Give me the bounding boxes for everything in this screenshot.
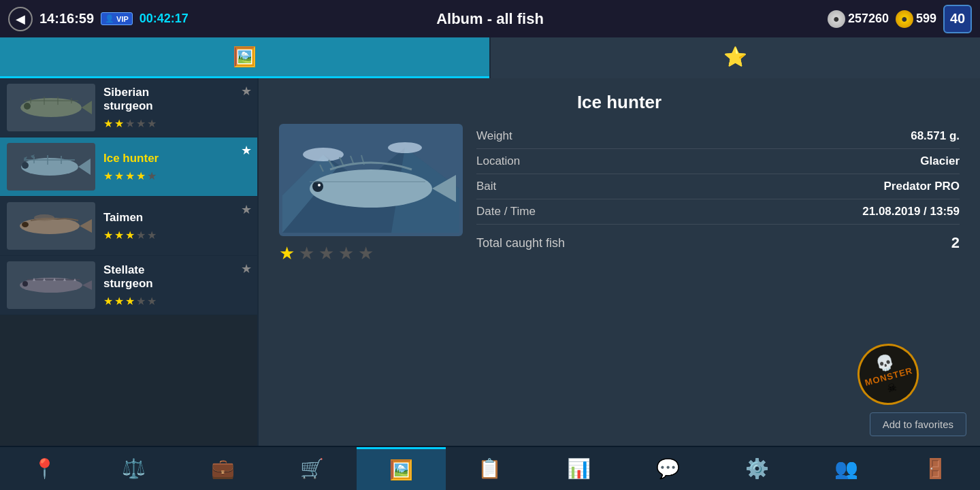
- gold-amount: 599: [916, 12, 936, 26]
- star-3: ★: [125, 295, 135, 308]
- detail-stats: Weight 68.571 g. Location Glacier Bait P…: [476, 124, 960, 264]
- star-5: ★: [147, 295, 157, 308]
- silver-amount: 257260: [848, 12, 889, 26]
- silver-currency: ● 257260: [828, 10, 889, 28]
- fav-star-stellate[interactable]: ★: [241, 261, 252, 276]
- location-row: Location Glacier: [476, 149, 960, 174]
- weight-label: Weight: [476, 129, 512, 143]
- photo-icon: 🖼️: [233, 46, 257, 68]
- svg-marker-1: [82, 101, 92, 114]
- star-3: ★: [125, 117, 135, 130]
- fish-item-taimen[interactable]: Taimen ★ ★ ★ ★ ★ ★: [0, 197, 257, 256]
- star-2: ★: [114, 229, 124, 242]
- fish-info-ice: Ice hunter ★ ★ ★ ★ ★: [95, 152, 250, 182]
- current-time: 14:16:59: [39, 11, 94, 27]
- top-bar: ◀ 14:16:59 👤 VIP 00:42:17 Album - all fi…: [0, 0, 980, 37]
- fish-name-ice: Ice hunter: [103, 152, 250, 165]
- tab-photo[interactable]: 🖼️: [0, 37, 489, 78]
- gold-currency: ● 599: [896, 10, 936, 28]
- bait-row: Bait Predator PRO: [476, 174, 960, 199]
- nav-bag[interactable]: 💼: [178, 447, 267, 490]
- nav-list[interactable]: 📋: [446, 447, 535, 490]
- fish-item-stellate[interactable]: Stellatesturgeon ★ ★ ★ ★ ★ ★: [0, 256, 257, 315]
- chat-icon: 💬: [656, 457, 680, 480]
- detail-title: Ice hunter: [279, 92, 960, 113]
- social-icon: 👥: [834, 457, 858, 480]
- add-favorites-button[interactable]: Add to favorites: [870, 412, 966, 436]
- nav-location[interactable]: 📍: [0, 447, 89, 490]
- svg-marker-18: [80, 219, 92, 233]
- gold-coin-icon: ●: [896, 10, 913, 28]
- location-icon: 📍: [33, 457, 56, 480]
- nav-chat[interactable]: 💬: [623, 447, 713, 490]
- nav-album[interactable]: 🖼️: [357, 447, 446, 490]
- app-layout: ◀ 14:16:59 👤 VIP 00:42:17 Album - all fi…: [0, 0, 980, 490]
- bottom-nav: 📍 ⚖️ 💼 🛒 🖼️ 📋 📊 💬 ⚙️ 👥 🚪: [0, 446, 980, 490]
- bag-icon: 💼: [211, 457, 235, 480]
- tab-favorites[interactable]: ⭐: [491, 37, 980, 78]
- stats-icon: 📊: [567, 457, 591, 480]
- svg-point-19: [22, 222, 29, 227]
- svg-point-44: [318, 184, 321, 186]
- back-button[interactable]: ◀: [8, 7, 33, 31]
- nav-shop[interactable]: 🛒: [267, 447, 357, 490]
- caught-value: 2: [951, 234, 960, 252]
- fav-star-siberian[interactable]: ★: [241, 84, 252, 99]
- detail-fish-image: [279, 124, 463, 236]
- star-5: ★: [147, 117, 157, 130]
- fish-item-ice-hunter[interactable]: Ice hunter ★ ★ ★ ★ ★ ★: [0, 137, 257, 197]
- fav-star-taimen[interactable]: ★: [241, 202, 252, 217]
- detail-stars: ★ ★ ★ ★ ★: [279, 243, 463, 264]
- detail-panel: Ice hunter: [259, 78, 980, 446]
- fish-stars-taimen: ★ ★ ★ ★ ★: [103, 229, 250, 242]
- top-right: ● 257260 ● 599 40: [828, 5, 972, 33]
- detail-star-4: ★: [338, 243, 354, 264]
- list-icon: 📋: [478, 457, 502, 480]
- star-2: ★: [114, 295, 124, 308]
- star-1: ★: [103, 295, 113, 308]
- location-label: Location: [476, 154, 520, 168]
- caught-label: Total caught fish: [476, 236, 565, 250]
- svg-marker-15: [24, 157, 27, 161]
- fish-svg-ice: [10, 146, 92, 187]
- nav-social[interactable]: 👥: [802, 447, 891, 490]
- star-2: ★: [114, 169, 124, 182]
- page-title: Album - all fish: [436, 10, 544, 28]
- nav-settings[interactable]: ⚙️: [713, 447, 802, 490]
- star-4: ★: [136, 169, 146, 182]
- monster-badge: 💀 Monster ☠: [858, 344, 919, 405]
- fish-stars-siberian: ★ ★ ★ ★ ★: [103, 117, 250, 130]
- svg-point-43: [312, 181, 323, 192]
- fish-stars-stellate: ★ ★ ★ ★ ★: [103, 295, 250, 308]
- fish-info-taimen: Taimen ★ ★ ★ ★ ★: [95, 211, 250, 242]
- fish-svg-stellate: [10, 265, 92, 306]
- location-value: Glacier: [920, 154, 960, 168]
- svg-point-36: [310, 169, 432, 208]
- fish-name-siberian: Siberiansturgeon: [103, 86, 250, 113]
- svg-point-2: [24, 103, 31, 110]
- nav-stats[interactable]: 📊: [534, 447, 623, 490]
- svg-point-20: [34, 214, 54, 221]
- detail-star-1: ★: [279, 243, 295, 264]
- fish-info-siberian: Siberiansturgeon ★ ★ ★ ★ ★: [95, 86, 250, 130]
- fish-list: Siberiansturgeon ★ ★ ★ ★ ★ ★: [0, 78, 259, 446]
- balance-icon: ⚖️: [122, 457, 146, 480]
- svg-point-10: [22, 162, 29, 169]
- nav-balance[interactable]: ⚖️: [89, 447, 178, 490]
- vip-icon: 👤: [105, 14, 114, 23]
- detail-fish-svg: [282, 127, 459, 233]
- star-3: ★: [125, 169, 135, 182]
- star-5: ★: [147, 169, 157, 182]
- svg-marker-22: [82, 280, 92, 291]
- exit-icon: 🚪: [924, 457, 947, 480]
- silver-coin-icon: ●: [828, 10, 845, 28]
- fish-thumbnail-siberian: [7, 84, 95, 131]
- fish-item-siberian-sturgeon[interactable]: Siberiansturgeon ★ ★ ★ ★ ★ ★: [0, 78, 257, 137]
- detail-star-5: ★: [358, 243, 374, 264]
- weight-value: 68.571 g.: [911, 129, 960, 143]
- star-1: ★: [103, 117, 113, 130]
- fav-star-ice[interactable]: ★: [241, 143, 252, 158]
- nav-exit[interactable]: 🚪: [891, 447, 980, 490]
- datetime-label: Date / Time: [476, 205, 536, 218]
- fish-name-taimen: Taimen: [103, 211, 250, 225]
